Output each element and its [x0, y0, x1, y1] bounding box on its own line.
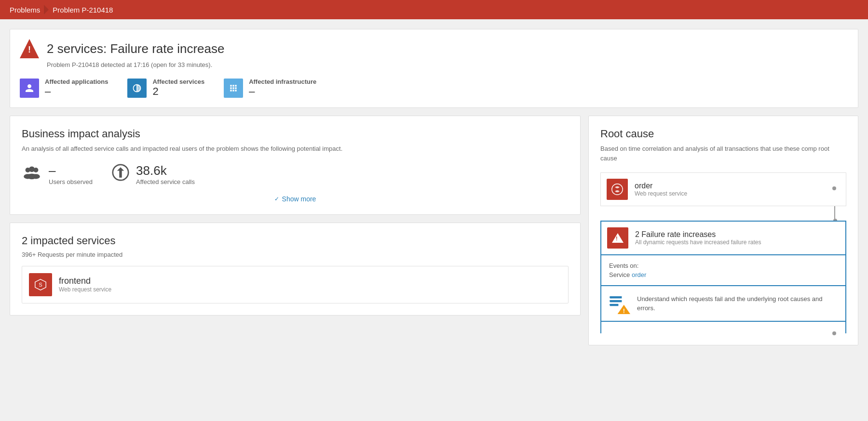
root-cause-desc: Based on time correlation and analysis o…	[600, 144, 846, 163]
failure-item[interactable]: 2 Failure rate increases All dynamic req…	[600, 221, 846, 255]
svg-rect-10	[610, 300, 622, 302]
metrics-row: – Users observed 38.6k	[22, 163, 569, 185]
service-calls-value: 38.6k	[136, 163, 195, 178]
affected-item-infrastructure: Affected infrastructure –	[224, 78, 316, 98]
show-more-label: Show more	[282, 195, 316, 203]
svg-point-5	[27, 173, 37, 179]
root-service-icon	[607, 179, 628, 200]
understand-icon: !	[609, 293, 630, 314]
applications-info: Affected applications –	[45, 78, 108, 98]
service-calls-icon	[112, 164, 129, 185]
business-impact-desc: An analysis of all affected service call…	[22, 144, 569, 154]
service-calls-metric: 38.6k Affected service calls	[112, 163, 195, 185]
services-info: Affected services 2	[152, 78, 204, 98]
frontend-name: frontend	[59, 276, 111, 286]
service-item-frontend[interactable]: S frontend Web request service	[22, 266, 569, 303]
events-service-prefix: Service	[609, 271, 630, 278]
applications-icon	[20, 79, 39, 98]
service-calls-info: 38.6k Affected service calls	[136, 163, 195, 185]
summary-header: 2 services: Failure rate increase	[20, 39, 848, 58]
services-icon	[127, 79, 147, 98]
failure-info: 2 Failure rate increases All dynamic req…	[635, 230, 761, 246]
root-service-type: Web request service	[635, 190, 687, 197]
service-calls-label: Affected service calls	[136, 178, 195, 185]
impacted-services-title: 2 impacted services	[22, 235, 569, 247]
users-label: Users observed	[49, 178, 93, 185]
root-cause-card: Root cause Based on time correlation and…	[588, 116, 858, 345]
svg-point-2	[29, 166, 35, 172]
business-impact-title: Business impact analysis	[22, 128, 569, 140]
failure-icon	[607, 227, 628, 249]
svg-text:S: S	[39, 282, 42, 288]
show-more-button[interactable]: ✓ Show more	[22, 195, 569, 203]
summary-title: 2 services: Failure rate increase	[47, 41, 224, 56]
infrastructure-info: Affected infrastructure –	[249, 78, 316, 98]
root-service-item[interactable]: order Web request service	[600, 172, 846, 206]
frontend-info: frontend Web request service	[59, 276, 111, 293]
breadcrumb-parent[interactable]: Problems	[10, 6, 40, 14]
events-service: Service order	[609, 271, 838, 278]
services-label: Affected services	[152, 78, 204, 85]
affected-item-applications: Affected applications –	[20, 78, 108, 98]
right-col: Root cause Based on time correlation and…	[588, 116, 858, 345]
summary-card: 2 services: Failure rate increase Proble…	[10, 29, 858, 108]
events-label: Events on:	[609, 262, 838, 269]
users-metric-info: – Users observed	[49, 163, 93, 185]
applications-label: Affected applications	[45, 78, 108, 85]
svg-rect-9	[610, 296, 622, 298]
users-icon	[22, 165, 42, 184]
connector-line-2	[600, 322, 846, 333]
breadcrumb-separator-icon	[44, 5, 49, 14]
users-value: –	[49, 163, 93, 178]
svg-point-8	[612, 184, 623, 195]
warning-icon	[20, 39, 39, 58]
two-col-layout: Business impact analysis An analysis of …	[10, 116, 858, 345]
failure-title: 2 Failure rate increases	[635, 230, 761, 239]
infrastructure-value: –	[249, 85, 316, 98]
events-box: Events on: Service order	[600, 255, 846, 286]
left-col: Business impact analysis An analysis of …	[10, 116, 581, 345]
business-impact-card: Business impact analysis An analysis of …	[10, 116, 581, 215]
connector-line-1	[600, 206, 846, 221]
chevron-down-icon: ✓	[274, 196, 279, 202]
infrastructure-icon	[224, 79, 243, 98]
frontend-type: Web request service	[59, 286, 111, 293]
summary-subtitle: Problem P-210418 detected at 17:16 (open…	[47, 61, 848, 68]
failure-subtitle: All dynamic requests have increased fail…	[635, 239, 761, 246]
affected-item-services: Affected services 2	[127, 78, 204, 98]
applications-value: –	[45, 85, 108, 98]
svg-text:!: !	[623, 308, 625, 314]
impacted-services-sub: 396+ Requests per minute impacted	[22, 251, 569, 258]
breadcrumb-current: Problem P-210418	[53, 6, 113, 14]
affected-items: Affected applications – Affected service…	[20, 78, 848, 98]
root-cause-title: Root cause	[600, 128, 846, 140]
understand-text: Understand which requests fail and the u…	[637, 294, 838, 313]
frontend-service-icon: S	[29, 273, 52, 296]
root-service-name: order	[635, 182, 687, 190]
events-service-link[interactable]: order	[632, 271, 646, 278]
infrastructure-label: Affected infrastructure	[249, 78, 316, 85]
impacted-services-card: 2 impacted services 396+ Requests per mi…	[10, 223, 581, 316]
root-service-info: order Web request service	[635, 182, 687, 197]
users-metric: – Users observed	[22, 163, 93, 185]
services-value: 2	[152, 85, 204, 98]
main-content: 2 services: Failure rate increase Proble…	[0, 19, 868, 355]
breadcrumb-bar: Problems Problem P-210418	[0, 0, 868, 19]
understand-box: ! Understand which requests fail and the…	[600, 286, 846, 322]
